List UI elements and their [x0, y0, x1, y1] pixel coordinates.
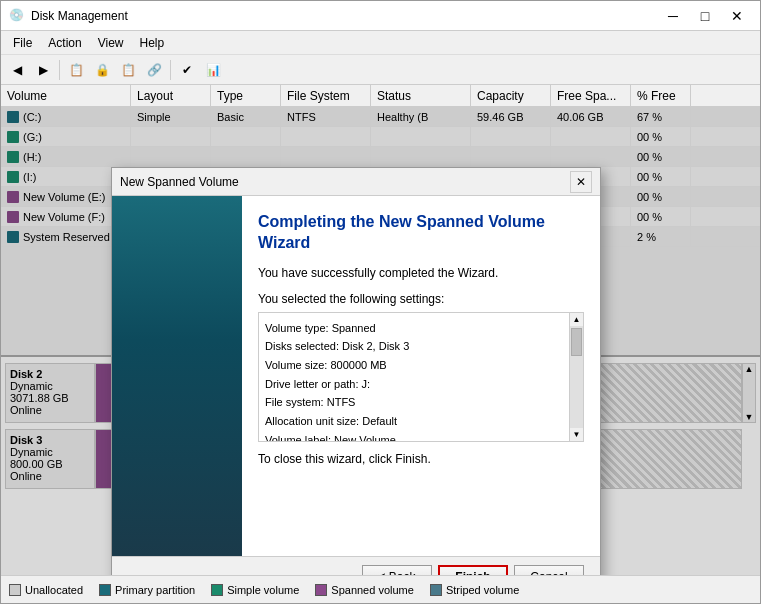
toolbar-btn-4[interactable]: 🔗	[142, 58, 166, 82]
window-icon: 💿	[9, 8, 25, 24]
cancel-button[interactable]: Cancel	[514, 565, 584, 575]
toolbar-btn-5[interactable]: ✔	[175, 58, 199, 82]
col-header-volume[interactable]: Volume	[1, 85, 131, 106]
toolbar: ◀ ▶ 📋 🔒 📋 🔗 ✔ 📊	[1, 55, 760, 85]
settings-box-container: Volume type: Spanned Disks selected: Dis…	[258, 312, 584, 442]
modal-subtext: You have successfully completed the Wiza…	[258, 266, 584, 280]
minimize-button[interactable]: ─	[658, 2, 688, 30]
scroll-track[interactable]	[570, 326, 583, 428]
title-bar: 💿 Disk Management ─ □ ✕	[1, 1, 760, 31]
modal-overlay: New Spanned Volume ✕ Completing the New …	[1, 107, 760, 575]
legend-unallocated-label: Unallocated	[25, 584, 83, 596]
menu-bar: File Action View Help	[1, 31, 760, 55]
back-button[interactable]: ◀	[5, 58, 29, 82]
legend-simple-box	[211, 584, 223, 596]
setting-1: Disks selected: Disk 2, Disk 3	[265, 337, 563, 356]
toolbar-btn-6[interactable]: 📊	[201, 58, 225, 82]
settings-scrollbar[interactable]: ▲ ▼	[569, 313, 583, 441]
toolbar-btn-2[interactable]: 🔒	[90, 58, 114, 82]
legend-unallocated-box	[9, 584, 21, 596]
modal-content-area: Completing the New Spanned Volume Wizard…	[242, 196, 600, 556]
menu-file[interactable]: File	[5, 34, 40, 52]
col-header-type[interactable]: Type	[211, 85, 281, 106]
finish-button[interactable]: Finish	[438, 565, 508, 575]
modal-footer: < Back Finish Cancel	[112, 556, 600, 575]
forward-button[interactable]: ▶	[31, 58, 55, 82]
window-title: Disk Management	[31, 9, 658, 23]
col-header-fs[interactable]: File System	[281, 85, 371, 106]
scroll-up-arrow[interactable]: ▲	[571, 313, 583, 326]
scroll-down-arrow[interactable]: ▼	[571, 428, 583, 441]
legend-primary: Primary partition	[99, 584, 195, 596]
menu-help[interactable]: Help	[132, 34, 173, 52]
toolbar-btn-3[interactable]: 📋	[116, 58, 140, 82]
legend-striped-box	[430, 584, 442, 596]
setting-6: Volume label: New Volume	[265, 431, 563, 441]
col-header-free[interactable]: Free Spa...	[551, 85, 631, 106]
menu-view[interactable]: View	[90, 34, 132, 52]
scroll-thumb[interactable]	[571, 328, 582, 356]
settings-box: Volume type: Spanned Disks selected: Dis…	[259, 313, 569, 441]
legend: Unallocated Primary partition Simple vol…	[1, 575, 760, 603]
setting-3: Drive letter or path: J:	[265, 375, 563, 394]
col-header-pct[interactable]: % Free	[631, 85, 691, 106]
setting-0: Volume type: Spanned	[265, 319, 563, 338]
legend-spanned-box	[315, 584, 327, 596]
legend-spanned-label: Spanned volume	[331, 584, 414, 596]
legend-striped: Striped volume	[430, 584, 519, 596]
modal-settings-label: You selected the following settings:	[258, 292, 584, 306]
window-controls: ─ □ ✕	[658, 2, 752, 30]
legend-simple: Simple volume	[211, 584, 299, 596]
main-window: 💿 Disk Management ─ □ ✕ File Action View…	[0, 0, 761, 604]
setting-2: Volume size: 800000 MB	[265, 356, 563, 375]
separator-2	[170, 60, 171, 80]
modal-close-button[interactable]: ✕	[570, 171, 592, 193]
menu-action[interactable]: Action	[40, 34, 89, 52]
legend-primary-label: Primary partition	[115, 584, 195, 596]
setting-4: File system: NTFS	[265, 393, 563, 412]
modal-heading: Completing the New Spanned Volume Wizard	[258, 212, 584, 254]
legend-primary-box	[99, 584, 111, 596]
separator-1	[59, 60, 60, 80]
toolbar-btn-1[interactable]: 📋	[64, 58, 88, 82]
main-content: Volume Layout Type File System Status Ca…	[1, 85, 760, 603]
legend-spanned: Spanned volume	[315, 584, 414, 596]
col-header-capacity[interactable]: Capacity	[471, 85, 551, 106]
finish-text: To close this wizard, click Finish.	[258, 452, 584, 466]
back-button[interactable]: < Back	[362, 565, 432, 575]
modal-title: New Spanned Volume	[120, 175, 570, 189]
modal-title-bar: New Spanned Volume ✕	[112, 168, 600, 196]
modal-sidebar	[112, 196, 242, 556]
legend-simple-label: Simple volume	[227, 584, 299, 596]
modal-body: Completing the New Spanned Volume Wizard…	[112, 196, 600, 556]
col-header-layout[interactable]: Layout	[131, 85, 211, 106]
new-spanned-volume-dialog: New Spanned Volume ✕ Completing the New …	[111, 167, 601, 575]
col-header-status[interactable]: Status	[371, 85, 471, 106]
table-header: Volume Layout Type File System Status Ca…	[1, 85, 760, 107]
close-button[interactable]: ✕	[722, 2, 752, 30]
setting-5: Allocation unit size: Default	[265, 412, 563, 431]
maximize-button[interactable]: □	[690, 2, 720, 30]
legend-striped-label: Striped volume	[446, 584, 519, 596]
legend-unallocated: Unallocated	[9, 584, 83, 596]
